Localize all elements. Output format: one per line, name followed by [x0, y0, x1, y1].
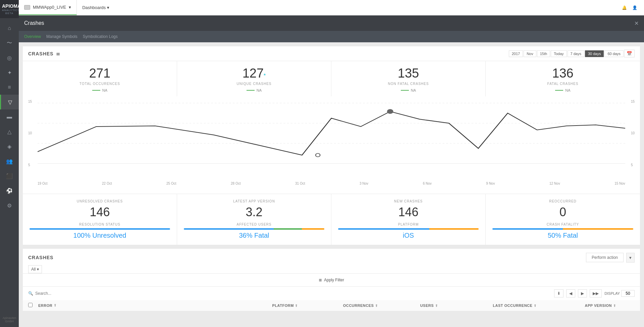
crashes-table-card: CRASHES Perform action ▾ All ▾ ≣ Apply F…	[23, 249, 640, 311]
sidebar-item-home[interactable]: ⌂	[0, 21, 19, 36]
last-occurrence-sort-icon: ⬆	[534, 304, 537, 308]
dashboards-tab[interactable]: Dashboards ▾	[77, 0, 115, 15]
last-page-button[interactable]: ▶▶	[590, 289, 602, 297]
app-version-sort-icon: ⬆	[613, 304, 616, 308]
date-btn-2017[interactable]: 2017	[509, 50, 523, 57]
sidebar-item-funnel[interactable]: ▽	[0, 95, 19, 109]
sidebar-item-globe[interactable]: ◎	[0, 50, 19, 65]
next-page-button[interactable]: ▶	[578, 289, 587, 297]
stat-label-fatal: FATAL CRASHES	[492, 82, 633, 86]
export-button[interactable]: ⬇	[554, 289, 564, 297]
chart-container: 15 10 5 15 10 5	[23, 96, 640, 194]
col-last-occurrence[interactable]: LAST OCCURRENCE ⬆	[463, 303, 566, 308]
search-input[interactable]	[35, 291, 102, 296]
filter-icon-btn[interactable]: ≣	[56, 51, 60, 56]
sidebar-item-tag[interactable]: ◈	[0, 139, 19, 154]
col-platform-label: PLATFORM	[272, 303, 294, 308]
date-btn-30days[interactable]: 30 days	[585, 50, 604, 57]
sidebar-item-activity[interactable]: 〜	[0, 36, 19, 50]
stat-na-fatal: NA	[492, 88, 633, 92]
globe-icon: ◎	[7, 55, 12, 61]
user-icon[interactable]: 👤	[632, 5, 637, 10]
main-area: MMWApp0_LIVE ▾ Dashboards ▾ 🔔 👤 Crashes …	[19, 0, 644, 327]
stat-app-version: LATEST APP VERSION 3.2 AFFECTED USERS 36…	[177, 194, 331, 245]
col-error-label: ERROR	[38, 303, 52, 308]
na-line-nonfatal	[401, 90, 409, 91]
sidebar-item-settings[interactable]: ⚙	[0, 198, 19, 213]
date-btn-today[interactable]: Today	[551, 50, 567, 57]
chart-dot-1	[316, 153, 320, 157]
crash-fatality-label: CRASH FATALITY	[492, 223, 633, 226]
sidebar-item-chart[interactable]: ⬛	[0, 169, 19, 183]
resolution-bar-fill	[30, 228, 170, 230]
date-btn-15th[interactable]: 15th	[537, 50, 550, 57]
sidebar-item-filter[interactable]: ≡	[0, 80, 19, 95]
col-occurrences[interactable]: OCCURRENCES ⬆	[326, 303, 394, 308]
panel-close-button[interactable]: ✕	[634, 20, 639, 27]
sidebar-item-card[interactable]: ▬	[0, 109, 19, 124]
subnav-overview[interactable]: Overview	[24, 34, 41, 39]
activity-icon: 〜	[7, 40, 12, 47]
date-btn-60days[interactable]: 60 days	[604, 50, 624, 57]
sidebar-item-alert[interactable]: △	[0, 124, 19, 139]
soccer-icon: ⚽	[6, 188, 13, 194]
search-icon: 🔍	[28, 291, 33, 296]
chart-svg	[38, 96, 625, 170]
col-app-version[interactable]: APP VERSION ⬆	[566, 303, 635, 308]
app-tab[interactable]: MMWApp0_LIVE ▾	[19, 0, 77, 15]
prev-page-button[interactable]: ◀	[566, 289, 575, 297]
na-line-fatal	[555, 90, 563, 91]
na-text-fatal: NA	[565, 88, 570, 92]
chart-dot-2	[387, 109, 393, 113]
date-btn-nov[interactable]: Nov	[524, 50, 536, 57]
stat-na-unique: NA	[184, 88, 324, 92]
col-error[interactable]: ERROR ⬆	[38, 303, 244, 308]
calendar-button[interactable]: 📅	[624, 50, 635, 57]
subnav-symbolication-logs[interactable]: Symbolication Logs	[83, 34, 118, 39]
unresolved-number: 146	[30, 205, 170, 219]
stats-row: 271 TOTAL OCCURENCES NA 127* UNIQUE CRAS…	[23, 61, 640, 96]
fatality-bar-orange	[563, 228, 633, 230]
table-columns: ERROR ⬆ PLATFORM ⬆ OCCURRENCES ⬆ USERS ⬆…	[23, 300, 640, 311]
footer-text: Apinauten GmbH	[0, 316, 19, 323]
col-platform[interactable]: PLATFORM ⬆	[244, 303, 326, 308]
resolution-bar	[30, 228, 170, 230]
table-section-title: CRASHES	[28, 255, 53, 260]
affected-users-value: 36% Fatal	[184, 232, 324, 239]
platform-value: iOS	[338, 232, 479, 239]
sidebar-item-metrics[interactable]: ✦	[0, 65, 19, 80]
fatality-value: 50% Fatal	[492, 232, 633, 239]
display-input[interactable]	[621, 290, 635, 297]
subnav-manage-symbols[interactable]: Manage Symbols	[46, 34, 77, 39]
unresolved-label: UNRESOLVED CRASHES	[30, 199, 170, 203]
y-label-15-right: 15	[631, 100, 635, 103]
affected-bar-green	[274, 228, 302, 230]
date-btn-7days[interactable]: 7 days	[568, 50, 584, 57]
sidebar-item-users[interactable]: 👥	[0, 154, 19, 169]
dashboards-dropdown-icon: ▾	[107, 5, 109, 10]
apply-filter-button[interactable]: ≣ Apply Filter	[23, 273, 640, 287]
stat-number-total: 271	[30, 66, 170, 81]
sidebar-item-soccer[interactable]: ⚽	[0, 183, 19, 198]
filter-all-dropdown[interactable]: All ▾	[28, 265, 42, 273]
affected-users-label: AFFECTED USERS	[184, 223, 324, 226]
col-users[interactable]: USERS ⬆	[395, 303, 463, 308]
bell-icon[interactable]: 🔔	[622, 5, 627, 10]
table-actions: Perform action ▾	[586, 253, 635, 263]
table-toolbar-right: ⬇ ◀ ▶ ▶▶ DISPLAY	[554, 289, 635, 297]
crashes-chart-card: CRASHES ≣ 2017 Nov 15th Today 7 days 30 …	[23, 46, 640, 245]
select-all-checkbox[interactable]	[28, 303, 33, 307]
panel-header: Crashes ✕	[19, 15, 644, 31]
display-label: DISPLAY	[604, 291, 620, 295]
platform-label: PLATFORM	[338, 223, 479, 226]
settings-icon: ⚙	[7, 202, 12, 209]
app-version-label: LATEST APP VERSION	[184, 199, 324, 203]
tab-icon	[24, 5, 30, 10]
col-last-occurrence-label: LAST OCCURRENCE	[493, 303, 532, 308]
table-toolbar: 🔍 ⬇ ◀ ▶ ▶▶ DISPLAY	[23, 287, 640, 300]
na-text-total: NA	[102, 88, 107, 92]
perform-action-dropdown[interactable]: ▾	[626, 253, 635, 263]
col-occurrences-label: OCCURRENCES	[343, 303, 374, 308]
stat-label-nonfatal: NON FATAL CRASHES	[338, 82, 479, 86]
perform-action-button[interactable]: Perform action	[586, 253, 624, 262]
